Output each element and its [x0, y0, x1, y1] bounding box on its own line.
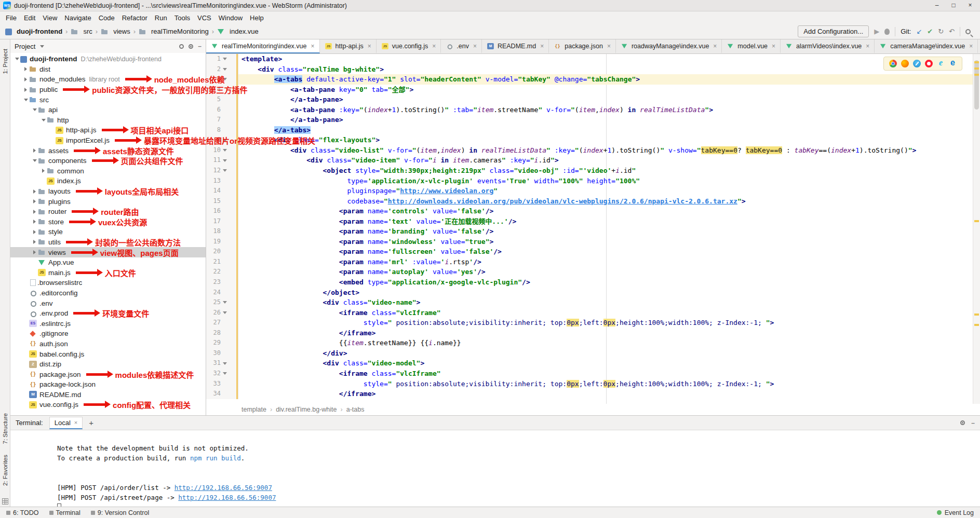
tree-item-readme-md[interactable]: README.md	[10, 390, 206, 400]
firefox-browser-icon[interactable]	[901, 60, 909, 67]
close-icon[interactable]: ×	[432, 43, 436, 50]
editor-tab-env[interactable]: .env×	[441, 39, 482, 53]
code-line-17[interactable]: 17 <param name='text' value='正在加载视频中...'…	[206, 216, 973, 227]
git-revert-icon[interactable]: ↶	[949, 28, 955, 35]
code-line-21[interactable]: 21 <param name='mrl' :value='i.rtsp'/>	[206, 257, 973, 267]
tool-window-button-1-project[interactable]: 1: Project	[2, 49, 8, 74]
editor-tab-http-api-js[interactable]: http-api.js×	[320, 39, 377, 53]
git-commit-icon[interactable]: ✔	[927, 28, 933, 35]
debug-button[interactable]	[884, 29, 890, 35]
menu-refactor[interactable]: Refactor	[118, 13, 151, 23]
tree-item-layouts[interactable]: layoutslayouts全局布局相关	[10, 186, 206, 197]
tree-item-importexcel-js[interactable]: importExcel.js暴露环境变量地址给图片or视频资源路径变量相关	[10, 135, 206, 146]
minimize-button[interactable]: –	[929, 1, 945, 10]
editor-breadcrumb-div-realtime-bg-white[interactable]: div.realTime.bg-white	[276, 406, 337, 413]
terminal-settings-icon[interactable]	[960, 420, 965, 425]
code-line-27[interactable]: 27 style=" position:absolute;visibility:…	[206, 318, 973, 328]
chevron-right-icon[interactable]	[22, 67, 29, 71]
close-icon[interactable]: ×	[772, 43, 775, 50]
fold-icon[interactable]	[221, 68, 229, 71]
menu-edit[interactable]: Edit	[20, 13, 39, 23]
maximize-button[interactable]: □	[946, 1, 961, 10]
editor-breadcrumb-template[interactable]: template	[241, 406, 266, 413]
code-line-2[interactable]: 2 <div class="realTime bg-white">	[206, 64, 973, 75]
close-icon[interactable]: ×	[311, 43, 315, 50]
menu-navigate[interactable]: Navigate	[61, 13, 95, 23]
code-line-9[interactable]: 9 <div class="flex-layouts">	[206, 135, 973, 145]
code-line-1[interactable]: 1<template>	[206, 54, 973, 64]
chevron-right-icon[interactable]	[31, 250, 38, 254]
code-line-13[interactable]: 13 type='application/x-vlc-plugin' event…	[206, 176, 973, 186]
close-button[interactable]: ×	[962, 1, 978, 10]
status-9-version-control[interactable]: 9: Version Control	[91, 509, 149, 516]
close-icon[interactable]: ×	[540, 43, 544, 50]
editor-tab-readme-md[interactable]: README.md×	[482, 39, 549, 53]
project-settings-icon[interactable]	[189, 44, 193, 49]
code-line-3[interactable]: 3 <a-tabs default-active-key="1" slot="h…	[206, 74, 973, 85]
tree-item-common[interactable]: common	[10, 166, 206, 176]
chevron-right-icon[interactable]	[40, 169, 47, 173]
code-line-23[interactable]: 23 <embed type="application/x-google-vlc…	[206, 277, 973, 288]
breadcrumb-item-realtimemonitoring[interactable]: realTimeMonitoring	[139, 28, 209, 35]
tree-item-index-js[interactable]: index.js	[10, 176, 206, 186]
status-6-todo[interactable]: 6: TODO	[6, 509, 39, 516]
tree-item-main-js[interactable]: main.js入口文件	[10, 267, 206, 278]
chevron-down-icon[interactable]	[31, 108, 38, 111]
code-line-32[interactable]: 32 <iframe class="vlcIframe"	[206, 369, 973, 379]
fold-icon[interactable]	[221, 311, 229, 314]
tree-item-babel-config-js[interactable]: babel.config.js	[10, 349, 206, 359]
editor-tab-realtimemonitoring-index-vue[interactable]: realTimeMonitoring\index.vue×	[206, 39, 320, 53]
fold-icon[interactable]	[221, 149, 229, 152]
tree-item-api[interactable]: api	[10, 105, 206, 115]
tree-item-package-lock-json[interactable]: package-lock.json	[10, 379, 206, 390]
editor-tab-roadwaymanage-index-vue[interactable]: roadwayManage\index.vue×	[616, 39, 722, 53]
editor-tab-package-json[interactable]: package.json×	[549, 39, 616, 53]
code-line-18[interactable]: 18 <param name='branding' value='false'/…	[206, 226, 973, 237]
tree-item-http[interactable]: http	[10, 115, 206, 126]
breadcrumb-item-src[interactable]: src	[71, 28, 92, 35]
tree-item-package-json[interactable]: package.jsonmodules依赖描述文件	[10, 369, 206, 379]
run-button[interactable]: ▶	[874, 28, 879, 35]
code-line-8[interactable]: 8 </a-tabs>	[206, 125, 973, 135]
status-terminal[interactable]: Terminal	[49, 509, 80, 516]
breadcrumb-item-index-vue[interactable]: index.vue	[217, 28, 259, 35]
chevron-right-icon[interactable]	[31, 189, 38, 194]
fold-icon[interactable]	[221, 58, 229, 60]
menu-help[interactable]: Help	[246, 13, 267, 23]
tree-item-vue-config-js[interactable]: vue.config.jsconfig配置、代理相关	[10, 400, 206, 410]
hide-panel-icon[interactable]: –	[198, 43, 202, 50]
opera-browser-icon[interactable]	[925, 60, 933, 67]
tree-item-eslintrc-js[interactable]: .eslintrc.js	[10, 318, 206, 329]
code-line-14[interactable]: 14 pluginspage="http://www.videolan.org"	[206, 186, 973, 196]
menu-window[interactable]: Window	[215, 13, 246, 23]
git-update-icon[interactable]: ↙	[916, 28, 922, 35]
close-icon[interactable]: ×	[74, 419, 77, 426]
close-icon[interactable]: ×	[866, 43, 869, 50]
code-line-15[interactable]: 15 codebase="http://downloads.videolan.o…	[206, 196, 973, 207]
tree-item-store[interactable]: storevuex公共资源	[10, 217, 206, 227]
chevron-down-icon[interactable]	[40, 119, 47, 121]
menu-code[interactable]: Code	[95, 13, 118, 23]
add-configuration-button[interactable]: Add Configuration...	[798, 25, 869, 37]
tree-item-gitignore[interactable]: .gitignore	[10, 329, 206, 339]
code-line-20[interactable]: 20 <param name='fullscreen' value='false…	[206, 247, 973, 257]
tree-item-style[interactable]: style	[10, 227, 206, 237]
code-line-28[interactable]: 28 </iframe>	[206, 328, 973, 338]
tree-item-views[interactable]: viewsview视图、pages页面	[10, 247, 206, 257]
tree-item-components[interactable]: components页面公共组件文件	[10, 156, 206, 166]
tree-item-plugins[interactable]: plugins	[10, 196, 206, 207]
close-icon[interactable]: ×	[368, 43, 371, 50]
code-line-12[interactable]: 12 <object style="width:390px;height:219…	[206, 166, 973, 176]
code-line-16[interactable]: 16 <param name='controls' value='false'/…	[206, 206, 973, 216]
chrome-browser-icon[interactable]	[889, 60, 897, 67]
tree-item-router[interactable]: routerrouter路由	[10, 207, 206, 217]
locate-file-icon[interactable]	[179, 44, 184, 49]
code-line-19[interactable]: 19 <param name='windowless' value="true"…	[206, 237, 973, 247]
fold-icon[interactable]	[221, 301, 229, 304]
code-editor[interactable]: 1<template>2 <div class="realTime bg-whi…	[206, 54, 980, 404]
tree-item-assets[interactable]: assetsassets静态资源文件	[10, 145, 206, 156]
editor-tab-alarmvideos-index-vue[interactable]: alarmVideos\index.vue×	[781, 39, 875, 53]
code-line-33[interactable]: 33 style=" position:absolute;visibility:…	[206, 379, 973, 389]
chevron-right-icon[interactable]	[31, 148, 38, 153]
terminal-output[interactable]: Note that the development build is not o…	[10, 430, 980, 507]
